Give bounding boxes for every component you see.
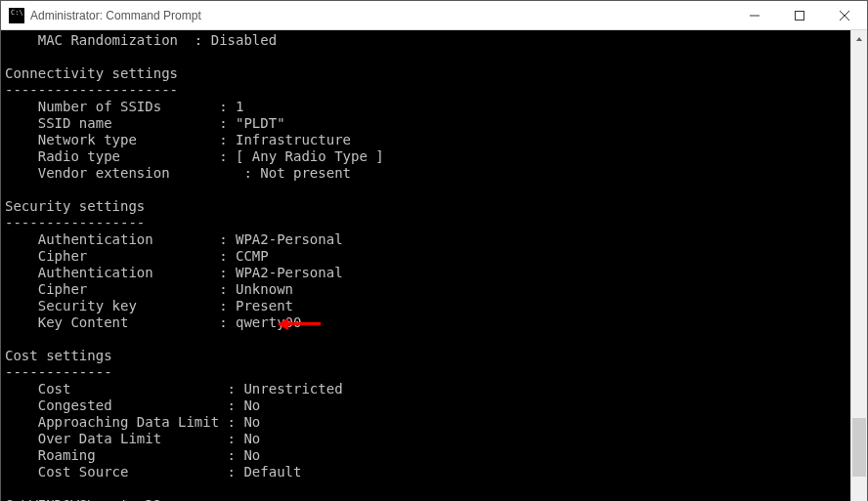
- scroll-up-button[interactable]: [851, 30, 867, 47]
- minimize-button[interactable]: [732, 1, 777, 30]
- scroll-track[interactable]: [851, 47, 867, 499]
- cmd-icon: [9, 8, 24, 23]
- titlebar[interactable]: Administrator: Command Prompt: [1, 1, 867, 30]
- terminal-output[interactable]: MAC Randomization : Disabled Connectivit…: [1, 30, 850, 501]
- maximize-button[interactable]: [777, 1, 822, 30]
- command-prompt-window: Administrator: Command Prompt MAC Random…: [0, 0, 868, 501]
- window-title: Administrator: Command Prompt: [30, 9, 201, 22]
- close-button[interactable]: [822, 1, 867, 30]
- prompt[interactable]: C:\WINDOWS\system32>: [5, 497, 170, 501]
- vertical-scrollbar[interactable]: [850, 30, 867, 501]
- scroll-thumb[interactable]: [852, 418, 866, 477]
- svg-marker-4: [856, 37, 862, 41]
- svg-rect-1: [796, 11, 804, 20]
- client-area: MAC Randomization : Disabled Connectivit…: [1, 30, 867, 501]
